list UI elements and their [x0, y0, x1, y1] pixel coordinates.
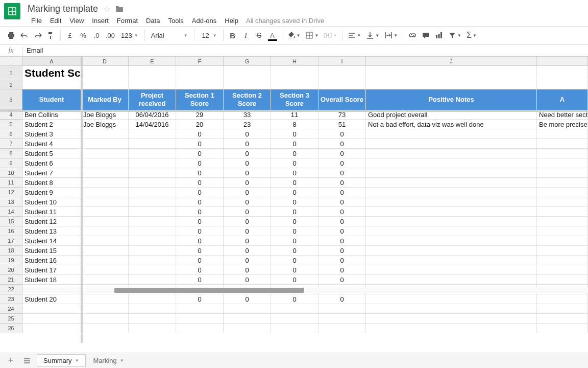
- cell[interactable]: 0: [271, 217, 318, 226]
- cell[interactable]: [224, 66, 271, 80]
- cell[interactable]: 0: [176, 139, 224, 149]
- cell[interactable]: 0: [176, 188, 224, 197]
- row-header[interactable]: 13: [0, 197, 22, 207]
- cell[interactable]: [22, 314, 81, 324]
- cell[interactable]: 0: [318, 256, 366, 265]
- cell[interactable]: 0: [271, 256, 318, 265]
- strikethrough-button[interactable]: S: [253, 29, 265, 42]
- cell[interactable]: Student 17: [22, 265, 81, 275]
- cell[interactable]: Section 1 Score: [176, 89, 224, 110]
- column-header[interactable]: A: [22, 57, 81, 65]
- insert-chart-button[interactable]: [433, 29, 445, 42]
- cell[interactable]: [81, 197, 129, 207]
- cell[interactable]: Student 3: [22, 129, 81, 139]
- cell[interactable]: 0: [176, 217, 224, 226]
- cell[interactable]: Student: [22, 89, 81, 110]
- cell[interactable]: [537, 197, 588, 207]
- italic-button[interactable]: I: [240, 29, 252, 42]
- cell[interactable]: [366, 275, 537, 285]
- cell[interactable]: [366, 314, 537, 324]
- merge-cells-button[interactable]: ▼: [322, 29, 339, 42]
- row-header[interactable]: 26: [0, 324, 22, 333]
- functions-button[interactable]: Σ▼: [464, 29, 479, 42]
- undo-button[interactable]: [18, 29, 31, 42]
- spreadsheet-grid[interactable]: ADEFGHIJ 1234567891011121314151617181920…: [0, 57, 588, 343]
- cell[interactable]: [81, 236, 129, 246]
- cell[interactable]: 0: [318, 226, 366, 236]
- row-header[interactable]: 15: [0, 217, 22, 226]
- cell[interactable]: [537, 129, 588, 139]
- menu-file[interactable]: File: [28, 15, 45, 26]
- row-header[interactable]: 25: [0, 314, 22, 324]
- cell[interactable]: 14/04/2016: [129, 120, 176, 129]
- cell[interactable]: [81, 304, 129, 314]
- cell[interactable]: [537, 265, 588, 275]
- cell[interactable]: 0: [224, 217, 271, 226]
- cell[interactable]: 0: [176, 275, 224, 285]
- cell[interactable]: [81, 256, 129, 265]
- cell[interactable]: [129, 178, 176, 188]
- cell[interactable]: [366, 149, 537, 158]
- cell[interactable]: [537, 304, 588, 314]
- paint-format-button[interactable]: [45, 29, 57, 42]
- row-header[interactable]: 20: [0, 265, 22, 275]
- sheet-tab[interactable]: Summary▼: [37, 354, 86, 367]
- row-header[interactable]: 2: [0, 80, 22, 89]
- cell[interactable]: [318, 304, 366, 314]
- cell[interactable]: 0: [176, 168, 224, 178]
- cell[interactable]: Student 10: [22, 197, 81, 207]
- cell[interactable]: [537, 256, 588, 265]
- cell[interactable]: [81, 188, 129, 197]
- cell[interactable]: 51: [318, 120, 366, 129]
- cell[interactable]: [129, 217, 176, 226]
- cell[interactable]: [129, 66, 176, 80]
- cell[interactable]: [366, 139, 537, 149]
- cell[interactable]: 0: [224, 275, 271, 285]
- cell[interactable]: [176, 80, 224, 89]
- cell[interactable]: 0: [176, 129, 224, 139]
- cell[interactable]: 0: [271, 197, 318, 207]
- font-name-select[interactable]: Arial▼: [148, 32, 191, 39]
- cell[interactable]: [176, 66, 224, 80]
- all-sheets-button[interactable]: [20, 355, 34, 367]
- cell[interactable]: 0: [176, 226, 224, 236]
- add-sheet-button[interactable]: +: [4, 355, 17, 367]
- bold-button[interactable]: B: [227, 29, 239, 42]
- row-header[interactable]: 10: [0, 168, 22, 178]
- cell[interactable]: 0: [271, 139, 318, 149]
- cell[interactable]: [271, 324, 318, 333]
- cell[interactable]: [537, 66, 588, 80]
- menu-add-ons[interactable]: Add-ons: [188, 15, 220, 26]
- document-title[interactable]: Marking template: [28, 4, 98, 14]
- cell[interactable]: 0: [224, 178, 271, 188]
- column-header[interactable]: [537, 57, 588, 65]
- cell[interactable]: [537, 294, 588, 304]
- cell[interactable]: 0: [271, 207, 318, 217]
- cell[interactable]: Student 15: [22, 246, 81, 256]
- cell[interactable]: [81, 217, 129, 226]
- filter-button[interactable]: ▼: [446, 29, 463, 42]
- cell[interactable]: 0: [318, 139, 366, 149]
- cell[interactable]: Joe Bloggs: [81, 120, 129, 129]
- cell[interactable]: 0: [318, 168, 366, 178]
- cell[interactable]: [271, 304, 318, 314]
- cell[interactable]: [366, 80, 537, 89]
- cell[interactable]: [366, 168, 537, 178]
- cell[interactable]: [318, 80, 366, 89]
- cell[interactable]: 0: [271, 149, 318, 158]
- folder-icon[interactable]: [115, 5, 124, 12]
- column-header[interactable]: I: [318, 57, 366, 65]
- freeze-vertical-handle[interactable]: [81, 57, 83, 343]
- cell[interactable]: 0: [224, 246, 271, 256]
- row-header[interactable]: 24: [0, 304, 22, 314]
- cell[interactable]: [81, 168, 129, 178]
- cell[interactable]: [81, 275, 129, 285]
- cell[interactable]: [129, 197, 176, 207]
- cell[interactable]: [224, 304, 271, 314]
- cell[interactable]: [81, 149, 129, 158]
- cell[interactable]: Student 6: [22, 158, 81, 168]
- row-header[interactable]: 14: [0, 207, 22, 217]
- cell[interactable]: [129, 168, 176, 178]
- cell[interactable]: 0: [224, 129, 271, 139]
- column-header[interactable]: E: [129, 57, 176, 65]
